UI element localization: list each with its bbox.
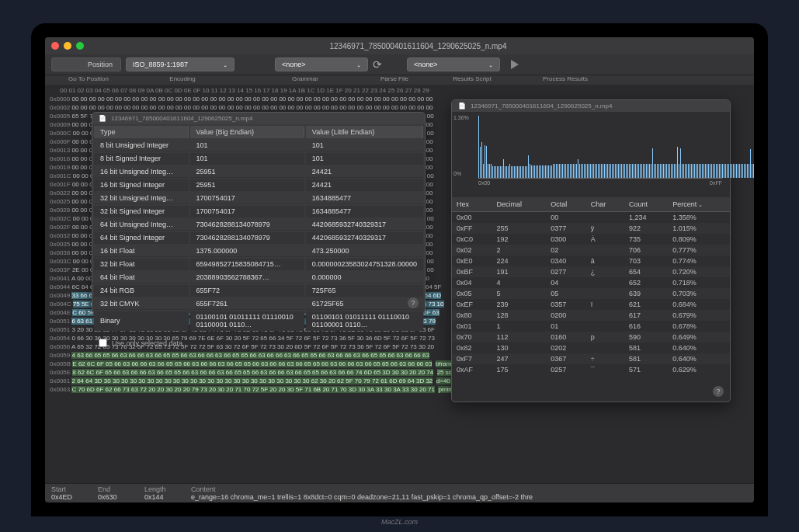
col-length: Length — [144, 485, 191, 493]
inspector-row[interactable]: 24 bit RGB655F72725F65 — [94, 285, 423, 297]
brand-watermark: MacZL.com — [381, 518, 418, 526]
histogram-row[interactable]: 0xC01920300À7350.809% — [452, 234, 730, 245]
inspector-row[interactable]: Binary01100101 01011111 01110010 0110000… — [94, 311, 423, 331]
histogram-popup[interactable]: 12346971_785000401611604_1290625025_n.mp… — [451, 99, 731, 402]
val-content: e_range=16 chroma_me=1 trellis=1 8x8dct=… — [191, 493, 748, 501]
histogram-chart: 1.36% 0% 0x00 0xFF — [452, 112, 730, 197]
histogram-row[interactable]: 0x022027060.777% — [452, 245, 730, 256]
popup-title: 12346971_785000401611604_1290625025_n.mp… — [92, 113, 425, 124]
col-decimal[interactable]: Decimal — [492, 197, 547, 212]
process-results-label: Process Results — [526, 75, 604, 82]
val-end: 0x630 — [98, 493, 144, 501]
histogram-row[interactable]: 0x8213002025810.640% — [452, 342, 730, 353]
inspector-row[interactable]: 32 bit Float65949852715835084715…0.00000… — [94, 259, 423, 270]
col-little-endian[interactable]: Value (Little Endian) — [306, 126, 423, 138]
col-type[interactable]: Type — [94, 126, 189, 138]
x-min-label: 0x00 — [478, 180, 490, 186]
y-min-label: 0% — [453, 171, 461, 176]
use-selected-data-label: Use only selected data — [112, 339, 182, 347]
histogram-row[interactable]: 0x701120160p5900.649% — [452, 332, 730, 342]
col-content: Content — [191, 485, 748, 493]
histogram-row[interactable]: 0x00001,2341.358% — [452, 212, 730, 224]
close-window-button[interactable] — [51, 42, 59, 50]
histogram-row[interactable]: 0xAF1750257¯5710.629% — [452, 364, 730, 375]
inspector-row[interactable]: 16 bit Unsigned Integ…2595124421 — [94, 166, 423, 178]
histogram-row[interactable]: 0x8012802006170.679% — [452, 310, 730, 321]
histogram-row[interactable]: 0xEF2390357ï6210.684% — [452, 299, 730, 310]
results-script-select[interactable]: <none> — [407, 57, 500, 71]
y-max-label: 1.36% — [453, 115, 469, 120]
histogram-row[interactable]: 0xBF1910277¿6540.720% — [452, 266, 730, 277]
histogram-row[interactable]: 0x011016160.678% — [452, 321, 730, 332]
toolbar-labels: Go To Position Encoding Grammar Parse Fi… — [45, 75, 754, 85]
val-start: 0x4ED — [51, 493, 98, 501]
col-percent[interactable]: Percent — [668, 197, 730, 212]
histogram-row[interactable]: 0xF72470367÷5810.640% — [452, 353, 730, 364]
col-end: End — [98, 485, 144, 493]
histogram-row[interactable]: 0xFF2550377ÿ9221.015% — [452, 223, 730, 234]
val-length: 0x144 — [144, 493, 191, 501]
x-max-label: 0xFF — [710, 180, 722, 186]
inspector-row[interactable]: 64 bit Unsigned Integ…730462828813407897… — [94, 219, 423, 231]
maximize-window-button[interactable] — [76, 42, 84, 50]
inspector-row[interactable]: 32 bit CMYK655F726161725F65 — [94, 298, 423, 310]
grammar-select[interactable]: <none> — [275, 57, 368, 71]
parse-file-label: Parse File — [371, 75, 418, 82]
results-script-label: Results Script — [418, 75, 526, 82]
inspector-row[interactable]: 64 bit Float20388903562788367…0.000000 — [94, 272, 423, 283]
col-start: Start — [51, 485, 98, 493]
col-count[interactable]: Count — [624, 197, 668, 212]
minimize-window-button[interactable] — [64, 42, 71, 50]
inspector-row[interactable]: 32 bit Unsigned Integ…170075401716348854… — [94, 193, 423, 204]
encoding-label: Encoding — [126, 75, 239, 82]
position-button[interactable]: Position — [51, 57, 121, 71]
col-hex[interactable]: Hex — [452, 197, 492, 212]
col-big-endian[interactable]: Value (Big Endian) — [190, 126, 304, 138]
titlebar: 12346971_785000401611604_1290625025_n.mp… — [45, 37, 754, 54]
toolbar: Position ISO_8859-1:1987 <none> ⟳ <none> — [45, 54, 754, 75]
popup-title: 12346971_785000401611604_1290625025_n.mp… — [452, 100, 730, 112]
col-char[interactable]: Char — [586, 197, 624, 212]
process-results-button[interactable] — [511, 60, 519, 69]
use-selected-data-checkbox[interactable] — [99, 339, 107, 347]
inspector-row[interactable]: 8 bit Unsigned Integer101101 — [94, 140, 423, 151]
inspector-row[interactable]: 32 bit Signed Integer1700754017163488547… — [94, 206, 423, 217]
window-title: 12346971_785000401611604_1290625025_n.mp… — [89, 42, 748, 50]
histogram-row[interactable]: 0xE02240340à7030.774% — [452, 256, 730, 266]
help-icon[interactable]: ? — [408, 297, 419, 308]
help-icon[interactable]: ? — [713, 386, 724, 397]
histogram-row[interactable]: 0x055056390.703% — [452, 288, 730, 299]
inspector-row[interactable]: 8 bit Signed Integer101101 — [94, 153, 423, 165]
inspector-row[interactable]: 64 bit Signed Integer7304628288134078979… — [94, 232, 423, 244]
inspector-row[interactable]: 16 bit Signed Integer2595124421 — [94, 179, 423, 191]
inspector-row[interactable]: 16 bit Float1375.000000473.250000 — [94, 245, 423, 257]
data-inspector-popup[interactable]: 12346971_785000401611604_1290625025_n.mp… — [92, 112, 426, 314]
grammar-label: Grammar — [239, 75, 371, 82]
parse-file-button[interactable]: ⟳ — [373, 58, 382, 71]
bottom-bar: Start End Length Content 0x4ED 0x630 0x1… — [45, 483, 754, 502]
col-octal[interactable]: Octal — [546, 197, 586, 212]
histogram-row[interactable]: 0x044046520.718% — [452, 277, 730, 288]
go-to-position-label: Go To Position — [51, 75, 126, 82]
encoding-select[interactable]: ISO_8859-1:1987 — [126, 57, 234, 71]
